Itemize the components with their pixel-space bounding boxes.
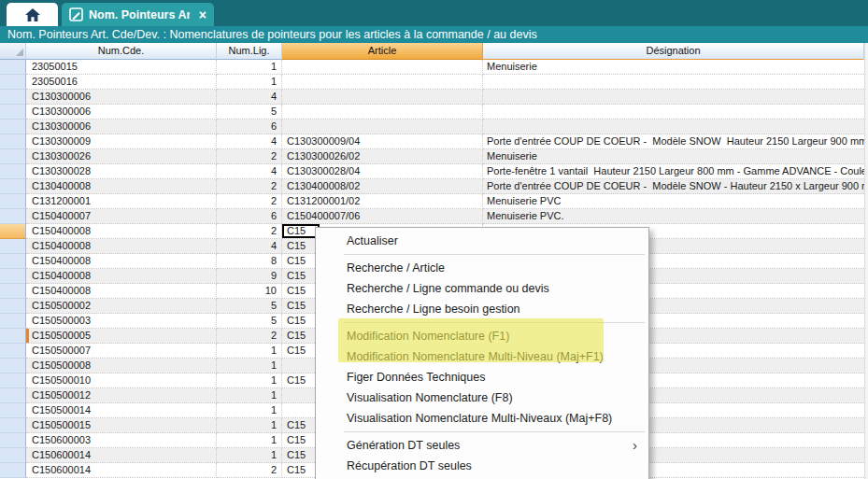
cell-num-cde[interactable]: C150500005	[26, 329, 217, 344]
cell-num-lig[interactable]: 2	[217, 194, 282, 209]
cell-article[interactable]: C150400007/06	[282, 209, 483, 224]
cell-num-cde[interactable]: 23050016	[26, 75, 217, 90]
cell-num-cde[interactable]: C150600014	[26, 448, 217, 463]
table-row[interactable]: C1303000262C130300026/02Menuiserie	[0, 149, 864, 164]
cell-article[interactable]: C131200001/02	[282, 194, 483, 209]
row-header[interactable]	[0, 105, 26, 120]
cell-num-cde[interactable]: 23050015	[26, 60, 217, 75]
row-header[interactable]	[0, 60, 26, 75]
cell-num-cde[interactable]: C150600003	[26, 433, 217, 448]
column-header-num-cde[interactable]: Num.Cde.	[26, 43, 217, 60]
row-header[interactable]	[0, 284, 26, 299]
row-header[interactable]	[0, 388, 26, 403]
cell-num-cde[interactable]: C130300009	[26, 134, 217, 149]
cell-article[interactable]	[282, 120, 483, 134]
row-header[interactable]	[0, 359, 26, 373]
table-row[interactable]: C1312000012C131200001/02Menuiserie PVC	[0, 194, 864, 209]
cell-num-lig[interactable]: 1	[217, 60, 282, 75]
table-row[interactable]: C1303000094C130300009/04Porte d'entrée C…	[0, 134, 864, 149]
cell-num-lig[interactable]: 1	[217, 388, 282, 403]
context-menu-item[interactable]: Recherche / Article	[316, 258, 648, 278]
cell-num-cde[interactable]: C150500014	[26, 403, 217, 418]
cell-num-cde[interactable]: C130300026	[26, 149, 217, 164]
row-header[interactable]	[0, 224, 26, 239]
cell-num-lig[interactable]: 1	[217, 433, 282, 448]
cell-num-lig[interactable]: 4	[217, 239, 282, 254]
table-row[interactable]: 230500151Menuiserie	[0, 60, 864, 75]
row-header[interactable]	[0, 239, 26, 254]
cell-num-lig[interactable]: 1	[217, 75, 282, 90]
column-header-article[interactable]: Article	[282, 43, 483, 60]
cell-num-cde[interactable]: C150400008	[26, 254, 217, 269]
cell-article[interactable]	[282, 75, 483, 90]
cell-num-lig[interactable]: 1	[217, 403, 282, 418]
row-header[interactable]	[0, 344, 26, 359]
cell-num-cde[interactable]: C150400008	[26, 284, 217, 299]
cell-num-cde[interactable]: C150500007	[26, 344, 217, 359]
cell-num-lig[interactable]: 10	[217, 284, 282, 299]
cell-num-cde[interactable]: C150400008	[26, 239, 217, 254]
row-header[interactable]	[0, 463, 26, 478]
cell-designation[interactable]	[483, 75, 864, 90]
cell-num-cde[interactable]: C150400008	[26, 224, 217, 239]
select-all-corner[interactable]	[0, 43, 26, 60]
context-menu-item[interactable]: Modification Nomenclature Multi-Niveau (…	[316, 346, 648, 367]
row-header[interactable]	[0, 90, 26, 105]
table-row[interactable]: C1303000065	[0, 105, 864, 120]
cell-num-cde[interactable]: C130300006	[26, 90, 217, 105]
focused-cell[interactable]: C15	[282, 224, 320, 238]
row-header[interactable]	[0, 149, 26, 164]
row-header[interactable]	[0, 164, 26, 179]
cell-num-cde[interactable]: C130400008	[26, 179, 217, 194]
cell-num-lig[interactable]: 1	[217, 373, 282, 388]
row-header[interactable]	[0, 254, 26, 269]
table-row[interactable]: C1303000064	[0, 90, 864, 105]
context-menu-item[interactable]: Figer Données Techniques	[316, 367, 648, 387]
cell-num-cde[interactable]: C131200001	[26, 194, 217, 209]
cell-num-cde[interactable]: C150400007	[26, 209, 217, 224]
row-header[interactable]	[0, 314, 26, 329]
cell-num-cde[interactable]: C150500002	[26, 299, 217, 314]
cell-designation[interactable]: Menuiserie PVC.	[483, 209, 864, 224]
context-menu-item[interactable]: Actualiser	[316, 231, 648, 251]
cell-num-lig[interactable]: 5	[217, 299, 282, 314]
context-menu-item[interactable]: Modification Nomenclature (F1)	[316, 326, 648, 346]
table-row[interactable]: C1303000066	[0, 120, 864, 134]
context-menu-item[interactable]: Recherche / Ligne commande ou devis	[316, 278, 648, 299]
cell-article[interactable]: C130300026/02	[282, 149, 483, 164]
row-header[interactable]	[0, 194, 26, 209]
cell-num-lig[interactable]: 2	[217, 149, 282, 164]
row-header[interactable]	[0, 418, 26, 433]
cell-designation[interactable]: Porte d'entrée COUP DE COEUR - Modèle SN…	[483, 134, 864, 149]
row-header[interactable]	[0, 179, 26, 194]
cell-article[interactable]	[282, 60, 483, 75]
cell-num-lig[interactable]: 1	[217, 448, 282, 463]
column-header-num-lig[interactable]: Num.Lig.	[217, 43, 282, 60]
cell-num-lig[interactable]: 4	[217, 90, 282, 105]
home-tab[interactable]	[7, 3, 58, 26]
row-header[interactable]	[0, 75, 26, 90]
cell-designation[interactable]: Menuiserie	[483, 149, 864, 164]
cell-num-lig[interactable]: 8	[217, 254, 282, 269]
row-header[interactable]	[0, 269, 26, 284]
cell-num-lig[interactable]: 4	[217, 134, 282, 149]
cell-num-cde[interactable]: C150500008	[26, 359, 217, 373]
scrollbar-gutter[interactable]	[864, 43, 868, 479]
cell-article[interactable]: C130300009/04	[282, 134, 483, 149]
cell-article[interactable]	[282, 105, 483, 120]
cell-article[interactable]: C130300028/04	[282, 164, 483, 179]
cell-num-cde[interactable]: C150600014	[26, 463, 217, 478]
row-header[interactable]	[0, 209, 26, 224]
cell-designation[interactable]	[483, 105, 864, 120]
row-header[interactable]	[0, 134, 26, 149]
cell-num-lig[interactable]: 2	[217, 224, 282, 239]
cell-num-lig[interactable]: 5	[217, 105, 282, 120]
cell-num-lig[interactable]: 9	[217, 269, 282, 284]
cell-article[interactable]	[282, 90, 483, 105]
table-row[interactable]: C1304000082C130400008/02Porte d'entrée C…	[0, 179, 864, 194]
cell-designation[interactable]: Porte-fenêtre 1 vantail Hauteur 2150 Lar…	[483, 164, 864, 179]
cell-num-lig[interactable]: 5	[217, 314, 282, 329]
column-header-designation[interactable]: Désignation	[483, 43, 864, 60]
cell-num-cde[interactable]: C130300006	[26, 105, 217, 120]
cell-num-lig[interactable]: 2	[217, 463, 282, 478]
